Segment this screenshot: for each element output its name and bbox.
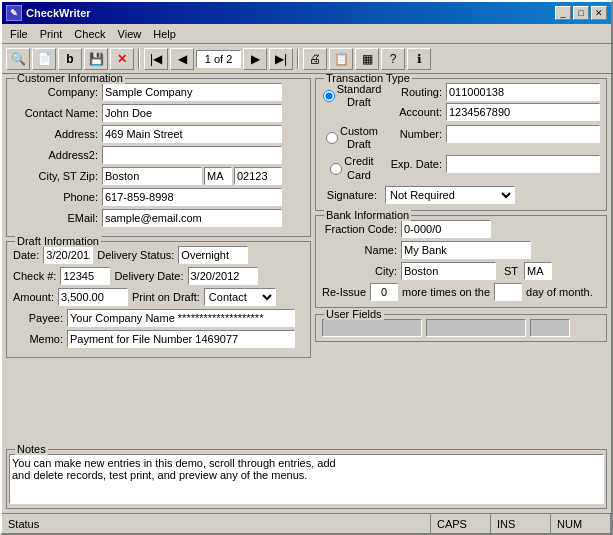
notes-group: Notes You can make new entries in this d… <box>6 449 607 509</box>
toolbar-info[interactable]: ℹ <box>407 48 431 70</box>
payee-input[interactable] <box>67 309 295 327</box>
city-label: City, ST Zip: <box>13 170 98 182</box>
date-row: Date: Delivery Status: <box>13 246 304 264</box>
main-content: Customer Information Company: Contact Na… <box>2 74 611 449</box>
toolbar-sep-2 <box>297 49 299 69</box>
amount-label: Amount: <box>13 291 54 303</box>
reissue-count[interactable] <box>370 283 398 301</box>
expdate-label: Exp. Date: <box>382 158 442 170</box>
routing-input[interactable] <box>446 83 600 101</box>
toolbar-new[interactable]: 📄 <box>32 48 56 70</box>
city-input[interactable] <box>102 167 202 185</box>
zip-input[interactable] <box>234 167 282 185</box>
custom-label: CustomDraft <box>340 125 378 151</box>
toolbar-preview[interactable]: 📋 <box>329 48 353 70</box>
account-row: Account: <box>382 103 600 121</box>
email-input[interactable] <box>102 209 282 227</box>
toolbar-search[interactable]: 🔍 <box>6 48 30 70</box>
notes-title: Notes <box>15 443 48 455</box>
toolbar-print[interactable]: 🖨 <box>303 48 327 70</box>
address2-row: Address2: <box>13 146 304 164</box>
user-field-2[interactable] <box>426 319 526 337</box>
status-caps: CAPS <box>431 514 491 533</box>
page-info: 1 of 2 <box>196 50 241 68</box>
address-input[interactable] <box>102 125 282 143</box>
menu-bar: File Print Check View Help <box>2 24 611 44</box>
toolbar-prev[interactable]: ◀ <box>170 48 194 70</box>
memo-label: Memo: <box>13 333 63 345</box>
expdate-input[interactable] <box>446 155 600 173</box>
account-input[interactable] <box>446 103 600 121</box>
transaction-title: Transaction Type <box>324 74 412 84</box>
user-field-3[interactable] <box>530 319 570 337</box>
toolbar-next[interactable]: ▶ <box>243 48 267 70</box>
print-select[interactable]: Contact Company Both <box>204 288 276 306</box>
memo-input[interactable] <box>67 330 295 348</box>
amount-input[interactable] <box>58 288 128 306</box>
custom-radio-row: CustomDraft <box>326 125 378 151</box>
credit-section: CreditCard Exp. Date: <box>322 155 600 181</box>
signature-label: Signature: <box>322 189 377 201</box>
bank-name-input[interactable] <box>401 241 531 259</box>
toolbar-first[interactable]: |◀ <box>144 48 168 70</box>
bank-st-input[interactable] <box>524 262 552 280</box>
email-label: EMail: <box>13 212 98 224</box>
menu-file[interactable]: File <box>4 26 34 42</box>
toolbar: 🔍 📄 b 💾 ✕ |◀ ◀ 1 of 2 ▶ ▶| 🖨 📋 ▦ ? ℹ <box>2 44 611 74</box>
standard-radio[interactable] <box>323 90 335 102</box>
bank-city-input[interactable] <box>401 262 496 280</box>
payee-row: Payee: <box>13 309 304 327</box>
reissue-day[interactable] <box>494 283 522 301</box>
user-field-row <box>322 319 600 337</box>
toolbar-bold[interactable]: b <box>58 48 82 70</box>
date-input[interactable] <box>43 246 93 264</box>
maximize-button[interactable]: □ <box>573 6 589 20</box>
check-input[interactable] <box>60 267 110 285</box>
window-title: CheckWriter <box>26 7 555 19</box>
credit-radio[interactable] <box>330 163 342 175</box>
close-button[interactable]: ✕ <box>591 6 607 20</box>
expdate-row: Exp. Date: <box>382 155 600 173</box>
phone-input[interactable] <box>102 188 282 206</box>
company-input[interactable] <box>102 83 282 101</box>
notes-textarea[interactable]: You can make new entries in this demo, s… <box>9 454 604 504</box>
reissue-label3: day of month. <box>526 286 593 298</box>
fraction-row: Fraction Code: <box>322 220 600 238</box>
signature-select[interactable]: Not Required Required <box>385 186 515 204</box>
toolbar-save[interactable]: 💾 <box>84 48 108 70</box>
custom-radio[interactable] <box>326 132 338 144</box>
bank-city-label: City: <box>322 265 397 277</box>
window-controls: _ □ ✕ <box>555 6 607 20</box>
toolbar-help[interactable]: ? <box>381 48 405 70</box>
menu-help[interactable]: Help <box>147 26 182 42</box>
main-window: ✎ CheckWriter _ □ ✕ File Print Check Vie… <box>0 0 613 535</box>
custom-section: CustomDraft Number: <box>322 125 600 151</box>
credit-radio-label: CreditCard <box>322 155 382 181</box>
standard-section: StandardDraft Routing: Account: <box>322 83 600 121</box>
contact-label: Contact Name: <box>13 107 98 119</box>
toolbar-last[interactable]: ▶| <box>269 48 293 70</box>
menu-view[interactable]: View <box>112 26 148 42</box>
contact-input[interactable] <box>102 104 282 122</box>
contact-row: Contact Name: <box>13 104 304 122</box>
minimize-button[interactable]: _ <box>555 6 571 20</box>
state-input[interactable] <box>204 167 232 185</box>
user-fields-group: User Fields <box>315 314 607 342</box>
standard-label: StandardDraft <box>337 83 382 109</box>
user-field-1[interactable] <box>322 319 422 337</box>
toolbar-grid[interactable]: ▦ <box>355 48 379 70</box>
delivery-date-input[interactable] <box>188 267 258 285</box>
toolbar-sep-1 <box>138 49 140 69</box>
menu-check[interactable]: Check <box>68 26 111 42</box>
address2-label: Address2: <box>13 149 98 161</box>
fraction-input[interactable] <box>401 220 491 238</box>
delivery-status-input[interactable] <box>178 246 248 264</box>
print-label: Print on Draft: <box>132 291 200 303</box>
bank-name-row: Name: <box>322 241 600 259</box>
check-label: Check #: <box>13 270 56 282</box>
number-input[interactable] <box>446 125 600 143</box>
phone-label: Phone: <box>13 191 98 203</box>
address2-input[interactable] <box>102 146 282 164</box>
toolbar-cancel[interactable]: ✕ <box>110 48 134 70</box>
menu-print[interactable]: Print <box>34 26 69 42</box>
